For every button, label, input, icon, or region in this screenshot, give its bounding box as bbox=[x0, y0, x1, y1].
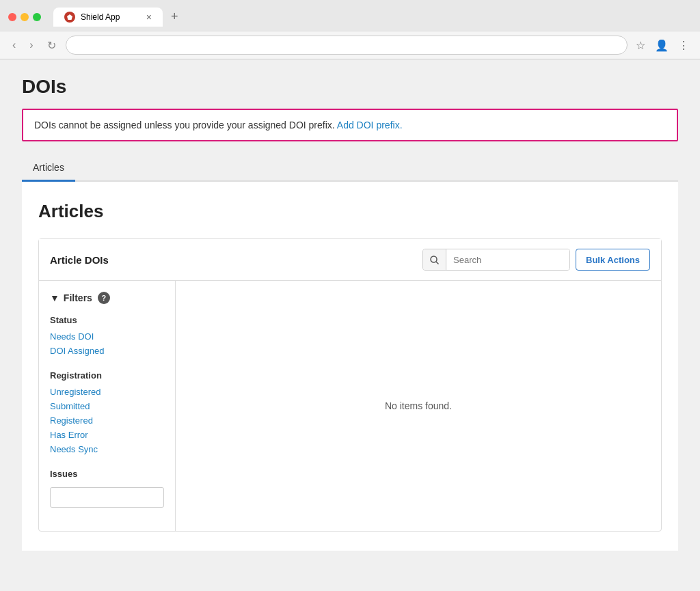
registration-group-label: Registration bbox=[50, 370, 164, 381]
svg-point-0 bbox=[431, 256, 437, 262]
add-doi-prefix-link[interactable]: Add DOI prefix. bbox=[337, 120, 403, 130]
doi-card-body: ▼ Filters ? Status Needs DOI DOI Assigne… bbox=[39, 281, 661, 531]
status-filter-section: Status Needs DOI DOI Assigned bbox=[50, 315, 164, 358]
search-box bbox=[422, 249, 570, 271]
browser-tabs: Shield App × + bbox=[53, 7, 184, 27]
browser-titlebar: Shield App × + bbox=[0, 0, 700, 31]
page-content: DOIs DOIs cannot be assigned unless you … bbox=[0, 59, 700, 589]
browser-tab-active[interactable]: Shield App × bbox=[53, 8, 163, 27]
issues-group-label: Issues bbox=[50, 469, 164, 479]
svg-line-1 bbox=[436, 262, 439, 264]
browser-dots bbox=[8, 13, 41, 21]
dot-close[interactable] bbox=[8, 13, 16, 21]
search-area: Bulk Actions bbox=[422, 249, 650, 271]
menu-icon[interactable]: ⋮ bbox=[675, 36, 692, 55]
toolbar-icons: ☆ 👤 ⋮ bbox=[633, 36, 692, 55]
profile-icon[interactable]: 👤 bbox=[652, 36, 671, 55]
filter-needs-sync[interactable]: Needs Sync bbox=[50, 442, 164, 456]
filter-submitted[interactable]: Submitted bbox=[50, 399, 164, 413]
address-bar[interactable] bbox=[66, 36, 628, 55]
page-title: DOIs bbox=[22, 76, 678, 98]
doi-card-title: Article DOIs bbox=[50, 254, 422, 266]
filter-unregistered[interactable]: Unregistered bbox=[50, 385, 164, 399]
browser-toolbar: ‹ › ↻ ☆ 👤 ⋮ bbox=[0, 31, 700, 59]
new-tab-button[interactable]: + bbox=[165, 7, 184, 27]
help-icon[interactable]: ? bbox=[98, 292, 110, 304]
dot-minimize[interactable] bbox=[21, 13, 29, 21]
search-input[interactable] bbox=[446, 249, 569, 270]
back-button[interactable]: ‹ bbox=[8, 36, 20, 54]
no-items-text: No items found. bbox=[385, 400, 452, 411]
main-panel: Articles Article DOIs B bbox=[22, 182, 678, 551]
alert-text: DOIs cannot be assigned unless you provi… bbox=[34, 120, 335, 130]
doi-card-header: Article DOIs Bulk Actions bbox=[39, 239, 661, 281]
alert-banner: DOIs cannot be assigned unless you provi… bbox=[22, 109, 678, 141]
refresh-button[interactable]: ↻ bbox=[43, 36, 60, 55]
dot-maximize[interactable] bbox=[33, 13, 41, 21]
issues-input[interactable] bbox=[50, 487, 164, 508]
filter-has-error[interactable]: Has Error bbox=[50, 428, 164, 442]
filter-icon: ▼ bbox=[50, 292, 59, 303]
tab-title: Shield App bbox=[81, 12, 120, 22]
bulk-actions-button[interactable]: Bulk Actions bbox=[576, 249, 650, 271]
tab-favicon bbox=[64, 12, 75, 23]
forward-button[interactable]: › bbox=[25, 36, 37, 54]
filter-needs-doi[interactable]: Needs DOI bbox=[50, 329, 164, 344]
browser-chrome: Shield App × + ‹ › ↻ ☆ 👤 ⋮ bbox=[0, 0, 700, 59]
content-area: No items found. bbox=[176, 281, 661, 531]
tabs-bar: Articles bbox=[22, 155, 678, 182]
tab-articles[interactable]: Articles bbox=[22, 155, 75, 182]
articles-heading: Articles bbox=[38, 201, 662, 222]
search-icon-button[interactable] bbox=[423, 249, 446, 270]
filters-panel: ▼ Filters ? Status Needs DOI DOI Assigne… bbox=[39, 281, 176, 531]
registration-filter-section: Registration Unregistered Submitted Regi… bbox=[50, 370, 164, 456]
search-icon bbox=[430, 256, 439, 264]
issues-filter-section: Issues bbox=[50, 469, 164, 508]
tab-close-button[interactable]: × bbox=[146, 12, 152, 23]
doi-card: Article DOIs Bulk Actions bbox=[38, 238, 662, 532]
bookmark-icon[interactable]: ☆ bbox=[633, 36, 648, 55]
filters-label: ▼ Filters bbox=[50, 292, 92, 303]
filter-registered[interactable]: Registered bbox=[50, 413, 164, 428]
filters-header: ▼ Filters ? bbox=[50, 292, 164, 304]
filter-doi-assigned[interactable]: DOI Assigned bbox=[50, 344, 164, 358]
status-group-label: Status bbox=[50, 315, 164, 325]
